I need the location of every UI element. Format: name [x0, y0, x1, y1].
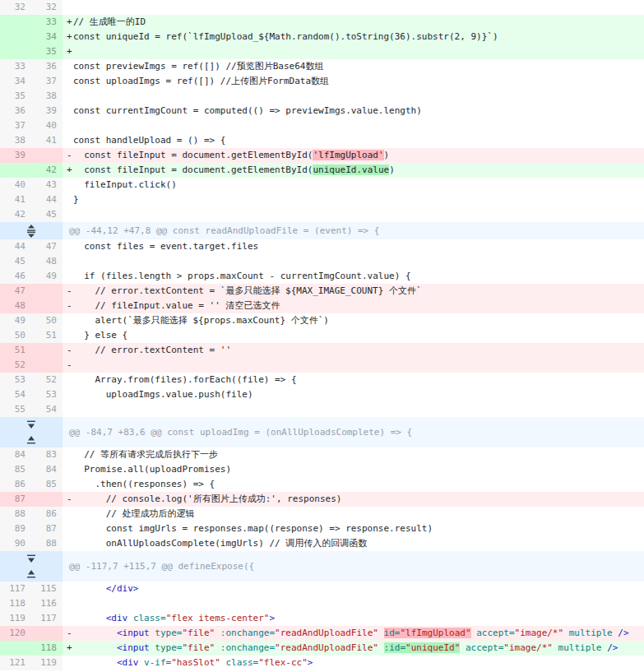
old-line-number[interactable]: 54 — [0, 387, 31, 402]
old-line-number[interactable]: 36 — [0, 104, 31, 118]
old-line-number[interactable]: 53 — [0, 373, 31, 387]
expand-down-button[interactable] — [0, 551, 63, 567]
new-line-number[interactable] — [31, 358, 63, 373]
expand-all-button[interactable] — [0, 222, 63, 239]
code-line: - // fileInput.value = '' 清空已选文件 — [63, 299, 644, 313]
new-line-number[interactable]: 41 — [31, 133, 63, 148]
new-line-number[interactable]: 116 — [31, 596, 63, 611]
code-line: Array.from(files).forEach((file) => { — [63, 373, 644, 387]
new-line-number[interactable]: 32 — [31, 0, 63, 15]
old-line-number[interactable]: 34 — [0, 74, 31, 89]
new-line-number[interactable]: 40 — [31, 118, 63, 133]
diff-marker — [63, 507, 73, 521]
new-line-number[interactable]: 47 — [31, 239, 63, 254]
old-line-number[interactable]: 117 — [0, 582, 31, 596]
new-line-number[interactable]: 34 — [31, 30, 63, 44]
new-line-number[interactable]: 53 — [31, 387, 63, 402]
new-line-number[interactable]: 42 — [31, 163, 63, 178]
old-line-number[interactable] — [0, 641, 31, 656]
new-line-number[interactable]: 37 — [31, 74, 63, 89]
new-line-number[interactable]: 48 — [31, 254, 63, 269]
old-line-number[interactable]: 119 — [0, 611, 31, 626]
new-line-number[interactable]: 45 — [31, 207, 63, 222]
old-line-number[interactable] — [0, 15, 31, 30]
old-line-number[interactable]: 52 — [0, 358, 31, 373]
code-segment: Array.from(files).forEach((file) => { — [73, 374, 297, 385]
old-line-number[interactable]: 37 — [0, 118, 31, 133]
old-line-number[interactable]: 41 — [0, 192, 31, 207]
old-line-number[interactable]: 84 — [0, 447, 31, 462]
old-line-number[interactable] — [0, 30, 31, 44]
new-line-number[interactable] — [31, 299, 63, 313]
old-line-number[interactable]: 44 — [0, 239, 31, 254]
new-line-number[interactable]: 118 — [31, 641, 63, 656]
new-line-number[interactable]: 36 — [31, 59, 63, 74]
expand-up-button[interactable] — [0, 567, 63, 582]
diff-marker: + — [63, 44, 73, 59]
old-line-number[interactable]: 38 — [0, 133, 31, 148]
new-line-number[interactable]: 54 — [31, 402, 63, 417]
diff-marker — [63, 118, 73, 133]
old-line-number[interactable]: 85 — [0, 462, 31, 477]
new-line-number[interactable] — [31, 343, 63, 358]
old-line-number[interactable]: 121 — [0, 656, 31, 670]
expand-down-button[interactable] — [0, 417, 63, 433]
new-line-number[interactable]: 88 — [31, 536, 63, 551]
new-line-number[interactable] — [31, 148, 63, 163]
new-line-number[interactable]: 84 — [31, 462, 63, 477]
diff-row-context: 4548 — [0, 254, 644, 269]
old-line-number[interactable]: 49 — [0, 313, 31, 328]
old-line-number[interactable]: 88 — [0, 507, 31, 521]
old-line-number[interactable]: 47 — [0, 284, 31, 299]
old-line-number[interactable]: 55 — [0, 402, 31, 417]
old-line-number[interactable] — [0, 163, 31, 178]
new-line-number[interactable]: 52 — [31, 373, 63, 387]
new-line-number[interactable]: 39 — [31, 104, 63, 118]
old-line-number[interactable]: 90 — [0, 536, 31, 551]
new-line-number[interactable]: 51 — [31, 328, 63, 343]
new-line-number[interactable]: 86 — [31, 507, 63, 521]
old-line-number[interactable]: 45 — [0, 254, 31, 269]
code-segment: const previewImgs = ref([]) //预览图片Base64… — [73, 61, 323, 72]
new-line-number[interactable]: 43 — [31, 178, 63, 192]
new-line-number[interactable] — [31, 284, 63, 299]
old-line-number[interactable]: 40 — [0, 178, 31, 192]
diff-row-context: 8886 // 处理成功后的逻辑 — [0, 507, 644, 521]
new-line-number[interactable]: 85 — [31, 477, 63, 492]
new-line-number[interactable]: 50 — [31, 313, 63, 328]
old-line-number[interactable] — [0, 44, 31, 59]
old-line-number[interactable]: 118 — [0, 596, 31, 611]
old-line-number[interactable]: 48 — [0, 299, 31, 313]
new-line-number[interactable]: 33 — [31, 15, 63, 30]
new-line-number[interactable]: 35 — [31, 44, 63, 59]
old-line-number[interactable]: 33 — [0, 59, 31, 74]
diff-view: 3232 33+// 生成唯一的ID34+const uniqueId = re… — [0, 0, 644, 670]
diff-row-removed: 52- — [0, 358, 644, 373]
new-line-number[interactable]: 44 — [31, 192, 63, 207]
expand-up-button[interactable] — [0, 433, 63, 448]
old-line-number[interactable]: 86 — [0, 477, 31, 492]
diff-marker: + — [63, 163, 73, 178]
new-line-number[interactable]: 115 — [31, 582, 63, 596]
code-segment: v-if= — [144, 657, 171, 668]
new-line-number[interactable] — [31, 626, 63, 641]
new-line-number[interactable]: 38 — [31, 89, 63, 104]
expand-down-icon — [26, 420, 36, 429]
old-line-number[interactable]: 39 — [0, 148, 31, 163]
old-line-number[interactable]: 50 — [0, 328, 31, 343]
old-line-number[interactable]: 89 — [0, 521, 31, 536]
new-line-number[interactable] — [31, 492, 63, 507]
old-line-number[interactable]: 35 — [0, 89, 31, 104]
old-line-number[interactable]: 46 — [0, 269, 31, 284]
new-line-number[interactable]: 119 — [31, 656, 63, 670]
new-line-number[interactable]: 49 — [31, 269, 63, 284]
old-line-number[interactable]: 51 — [0, 343, 31, 358]
code-segment: onAllUploadsComplete(imgUrls) // 调用传入的回调… — [73, 538, 367, 549]
old-line-number[interactable]: 42 — [0, 207, 31, 222]
old-line-number[interactable]: 87 — [0, 492, 31, 507]
old-line-number[interactable]: 120 — [0, 626, 31, 641]
new-line-number[interactable]: 87 — [31, 521, 63, 536]
old-line-number[interactable]: 32 — [0, 0, 31, 15]
new-line-number[interactable]: 117 — [31, 611, 63, 626]
new-line-number[interactable]: 83 — [31, 447, 63, 462]
